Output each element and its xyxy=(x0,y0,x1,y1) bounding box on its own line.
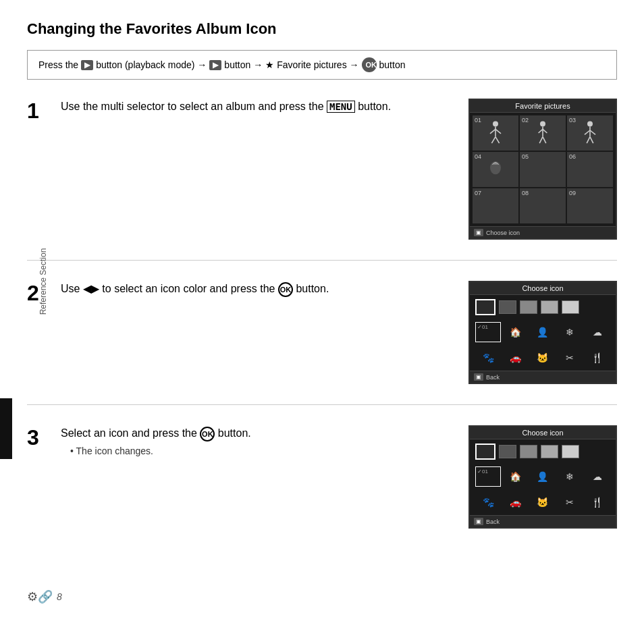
step-3-text: Select an icon and press the OK button. xyxy=(61,425,455,441)
grid-cell-02: 02 xyxy=(520,115,566,151)
icon-cell-car: 🚗 xyxy=(502,348,528,368)
screen-2-footer: ▣ Back xyxy=(470,371,616,383)
icon-cell-scissors: ✂ xyxy=(557,348,583,368)
menu-button-label: MENU xyxy=(327,101,355,113)
figure-04-icon xyxy=(482,156,509,183)
grid-cell-08: 08 xyxy=(520,188,566,223)
icons-grid-3-row1: ✓01 🏠 👤 ❄ ☁ xyxy=(470,464,616,489)
section-tab xyxy=(0,398,12,459)
color-row-3 xyxy=(470,439,616,464)
icon-cell-snow: ❄ xyxy=(557,322,583,342)
screen-1-title: Favorite pictures xyxy=(470,100,616,113)
icon-cell-3-snow: ❄ xyxy=(557,466,583,487)
icon-num-3-01: ✓01 xyxy=(477,468,488,475)
nav-text4: Favorite pictures → xyxy=(277,59,358,70)
footer-icon-2: ▣ xyxy=(474,373,483,381)
svg-point-6 xyxy=(540,121,545,126)
cell-num-07: 07 xyxy=(475,190,481,196)
cell-num-01: 01 xyxy=(475,117,481,124)
screen-2: Choose icon ✓01 🏠 xyxy=(468,281,617,384)
sidebar-label: Reference Section xyxy=(38,248,48,315)
nav-btn1: ▶ xyxy=(81,60,93,70)
footer-icon-3: ▣ xyxy=(474,518,483,525)
figure-02-icon xyxy=(529,119,556,146)
icons-grid-2-row2: 🐾 🚗 🐱 ✂ 🍴 xyxy=(470,345,616,371)
grid-cell-06: 06 xyxy=(567,152,613,187)
svg-line-17 xyxy=(590,137,593,144)
footer-icon-1: ▣ xyxy=(474,229,483,236)
nav-star-icon: ★ xyxy=(265,59,274,70)
svg-line-9 xyxy=(543,129,547,133)
icon-cell-person: 👤 xyxy=(530,322,556,342)
svg-line-16 xyxy=(587,137,590,144)
icon-cell-cloud: ☁ xyxy=(585,322,610,342)
icon-cell-paw: 🐾 xyxy=(475,348,501,368)
color-swatch-dark xyxy=(499,300,516,314)
icon-cell-3-person: 👤 xyxy=(530,466,556,487)
svg-line-5 xyxy=(495,137,500,144)
color-swatch-3-lighter xyxy=(562,445,579,458)
color-swatch-mid xyxy=(520,300,537,314)
step-3-content: Select an icon and press the OK button. … xyxy=(61,425,455,456)
svg-line-2 xyxy=(490,129,495,133)
step-1-screen: Favorite pictures 01 xyxy=(468,99,617,240)
step-3-bullet: The icon changes. xyxy=(61,446,455,456)
nav-text3: button → xyxy=(224,59,263,70)
screen-1-footer: ▣ Choose icon xyxy=(470,226,616,238)
step-2-text: Use ◀▶ to select an icon color and press… xyxy=(61,281,455,297)
screen-2-title: Choose icon xyxy=(470,282,616,295)
ok-circle-2: OK xyxy=(278,282,293,297)
ok-circle-3: OK xyxy=(200,427,215,441)
svg-line-10 xyxy=(539,137,543,144)
screen-1: Favorite pictures 01 xyxy=(468,99,617,240)
icon-num-01: ✓01 xyxy=(477,324,488,330)
grid-cell-04: 04 xyxy=(473,152,518,187)
screen-3-footer-text: Back xyxy=(486,518,500,525)
step-1: 1 Use the multi selector to select an al… xyxy=(27,99,617,261)
step-1-text: Use the multi selector to select an albu… xyxy=(61,99,455,115)
step-2-screen: Choose icon ✓01 🏠 xyxy=(468,281,617,384)
svg-line-15 xyxy=(590,130,595,134)
step-3-screen: Choose icon ✓01 🏠 xyxy=(468,425,617,529)
cell-num-03: 03 xyxy=(569,117,576,124)
color-swatch-3-mid xyxy=(520,445,537,458)
page-ref-number: 8 xyxy=(57,591,62,602)
grid-cell-09: 09 xyxy=(567,188,613,223)
color-swatch-lighter xyxy=(562,300,579,314)
screen-1-footer-text: Choose icon xyxy=(486,230,520,236)
cell-num-08: 08 xyxy=(522,190,529,196)
nav-text5: button xyxy=(379,59,406,70)
nav-btn2: ▶ xyxy=(209,60,221,70)
color-swatch-light xyxy=(541,300,558,314)
figure-03-icon xyxy=(576,119,603,146)
cell-num-05: 05 xyxy=(522,153,529,160)
icon-cell-home: 🏠 xyxy=(502,322,528,342)
color-swatch-black xyxy=(475,299,495,315)
step-2-content: Use ◀▶ to select an icon color and press… xyxy=(61,281,455,301)
icon-cell-fork: 🍴 xyxy=(585,348,610,368)
step-1-content: Use the multi selector to select an albu… xyxy=(61,99,455,119)
step-2: 2 Use ◀▶ to select an icon color and pre… xyxy=(27,281,617,405)
svg-line-8 xyxy=(539,129,543,133)
icon-cell-check: ✓01 xyxy=(475,322,501,342)
color-swatch-3-dark xyxy=(499,445,516,458)
page-ref-icon: ⚙🔗 xyxy=(27,589,53,604)
grid-cell-01: 01 xyxy=(473,115,518,151)
svg-line-3 xyxy=(495,129,501,133)
grid-cell-05: 05 xyxy=(520,152,566,187)
icon-cell-3-check: ✓01 xyxy=(475,466,501,487)
icons-grid-3-row2: 🐾 🚗 🐱 ✂ 🍴 xyxy=(470,489,616,515)
step-1-number: 1 xyxy=(27,100,47,122)
screen-3-footer: ▣ Back xyxy=(470,515,616,527)
icon-cell-cat: 🐱 xyxy=(530,348,556,368)
step-3: 3 Select an icon and press the OK button… xyxy=(27,425,617,549)
cell-num-04: 04 xyxy=(475,153,481,160)
steps-container: 1 Use the multi selector to select an al… xyxy=(27,99,617,569)
color-row-2 xyxy=(470,295,616,319)
icon-cell-3-scissors: ✂ xyxy=(557,492,583,512)
svg-line-11 xyxy=(543,137,546,144)
grid-cell-03: 03 xyxy=(567,115,613,151)
svg-line-4 xyxy=(491,137,495,144)
icon-cell-3-cloud: ☁ xyxy=(585,466,610,487)
cell-num-02: 02 xyxy=(522,117,529,124)
